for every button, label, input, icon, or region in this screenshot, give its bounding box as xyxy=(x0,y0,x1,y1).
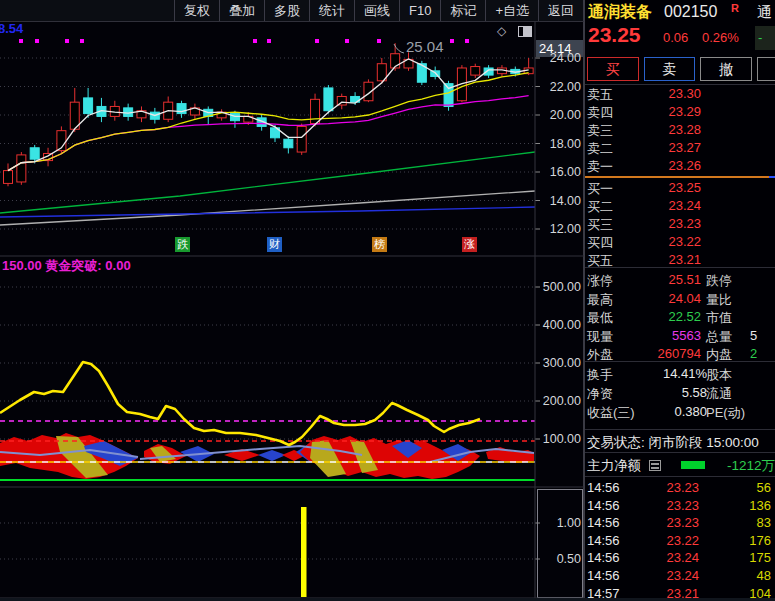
order-level-label: 卖四 xyxy=(587,104,613,122)
candle-body xyxy=(284,139,293,148)
tick-price: 23.23 xyxy=(629,515,699,530)
bid-row: 买一23.25 xyxy=(585,180,775,198)
order-level-price[interactable]: 23.23 xyxy=(631,216,701,231)
event-badge-财[interactable]: 财 xyxy=(267,237,282,252)
trade-button-partial[interactable] xyxy=(757,57,775,81)
toolbar: 复权叠加多股统计画线F10标记+自选返回 xyxy=(0,0,584,22)
stat-label: 外盘 xyxy=(587,346,613,364)
ask-row: 卖二23.27 xyxy=(585,140,775,158)
order-level-price[interactable]: 23.27 xyxy=(631,140,701,155)
sub-bar xyxy=(301,507,307,597)
kline-chart-canvas[interactable] xyxy=(0,0,584,601)
stat-row: 涨停25.51跌停 xyxy=(585,272,775,290)
section-divider xyxy=(585,84,775,85)
trade-button-撤[interactable]: 撤 xyxy=(700,57,752,81)
ask-row: 卖四23.29 xyxy=(585,104,775,122)
order-level-label: 买三 xyxy=(587,216,613,234)
order-level-label: 卖二 xyxy=(587,140,613,158)
order-level-label: 卖三 xyxy=(587,122,613,140)
tick-row: 14:5623.22176 xyxy=(585,533,775,551)
order-level-price[interactable]: 23.26 xyxy=(631,158,701,173)
ratio-row: 收益(三)0.380PE(动) xyxy=(585,404,775,422)
stat-label: 最低 xyxy=(587,309,613,327)
signal-dot xyxy=(35,39,39,43)
toolbar-button-画线[interactable]: 画线 xyxy=(354,0,399,21)
event-badge-涨[interactable]: 涨 xyxy=(462,237,477,252)
order-level-label: 买二 xyxy=(587,198,613,216)
tick-volume: 176 xyxy=(705,533,771,548)
section-divider xyxy=(585,452,775,453)
event-badge-跌[interactable]: 跌 xyxy=(175,237,190,252)
trade-button-买[interactable]: 买 xyxy=(587,57,639,81)
peak-price-annotation: 25.04 xyxy=(406,38,444,55)
stat-label-right: 量比 xyxy=(706,291,732,309)
tick-row: 14:5623.2383 xyxy=(585,515,775,533)
order-level-price[interactable]: 23.30 xyxy=(631,86,701,101)
toolbar-button-多股[interactable]: 多股 xyxy=(264,0,309,21)
section-divider xyxy=(585,476,775,477)
order-level-price[interactable]: 23.21 xyxy=(631,252,701,267)
stock-code: 002150 xyxy=(664,3,717,21)
ask-row: 卖一23.26 xyxy=(585,158,775,176)
ma-line-green xyxy=(0,152,535,213)
axis-label: 24.00 xyxy=(536,51,581,65)
quote-panel: 通润装备 002150 R 通 - 23.25 0.06 0.26% 买卖撤 卖… xyxy=(584,0,775,601)
book-divider xyxy=(585,176,775,178)
axis-label: 100.00 xyxy=(536,432,581,446)
candle-body xyxy=(17,155,26,182)
detail-list-icon[interactable] xyxy=(649,460,661,471)
ratio-label-right: 流通 xyxy=(706,385,732,403)
bid-row: 买四23.22 xyxy=(585,234,775,252)
axis-label: 16.00 xyxy=(536,165,581,179)
signal-dot xyxy=(315,39,319,43)
stat-value: 24.04 xyxy=(621,291,701,306)
toolbar-button-标记[interactable]: 标记 xyxy=(440,0,485,21)
order-level-price[interactable]: 23.29 xyxy=(631,104,701,119)
tick-price: 23.23 xyxy=(629,480,699,495)
axis-label: 18.00 xyxy=(536,137,581,151)
next-panel-value-partial: - xyxy=(755,26,775,50)
axis-label: 20.00 xyxy=(536,108,581,122)
split-panel-icon[interactable] xyxy=(518,26,532,37)
axis-label: 22.00 xyxy=(536,80,581,94)
price-change: 0.06 xyxy=(663,30,688,45)
signal-dot xyxy=(253,39,257,43)
signal-dot xyxy=(345,39,349,43)
event-badge-榜[interactable]: 榜 xyxy=(372,237,387,252)
tick-row: 14:5623.2356 xyxy=(585,480,775,498)
stat-label: 最高 xyxy=(587,291,613,309)
ratio-label: 换手 xyxy=(587,366,613,384)
candle-body xyxy=(30,148,39,159)
toolbar-button-叠加[interactable]: 叠加 xyxy=(219,0,264,21)
signal-dot xyxy=(450,39,454,43)
stat-value: 25.51 xyxy=(621,272,701,287)
tick-time: 14:56 xyxy=(587,498,620,513)
toolbar-button-统计[interactable]: 统计 xyxy=(309,0,354,21)
indicator-label: 150.00 黄金突破: 0.00 xyxy=(2,257,131,275)
order-level-price[interactable]: 23.24 xyxy=(631,198,701,213)
toolbar-button-返回[interactable]: 返回 xyxy=(538,0,584,21)
stat-label-right: 市值 xyxy=(706,309,732,327)
trading-app-window: 复权叠加多股统计画线F10标记+自选返回 8.54 25.04 24.14 ◇ … xyxy=(0,0,775,601)
order-level-price[interactable]: 23.22 xyxy=(631,234,701,249)
stock-name: 通润装备 xyxy=(588,2,652,23)
tick-row: 14:5623.2448 xyxy=(585,568,775,586)
left-price-label: 8.54 xyxy=(0,21,23,36)
candle-body xyxy=(4,171,13,184)
diamond-icon[interactable]: ◇ xyxy=(497,24,506,38)
axis-label: 14.00 xyxy=(536,194,581,208)
trade-button-卖[interactable]: 卖 xyxy=(644,57,696,81)
order-level-price[interactable]: 23.28 xyxy=(631,122,701,137)
ask-row: 卖三23.28 xyxy=(585,122,775,140)
ratio-row: 换手14.41%股本 xyxy=(585,366,775,384)
tick-time: 14:56 xyxy=(587,515,620,530)
tick-time: 14:56 xyxy=(587,568,620,583)
stat-value-right: 2 xyxy=(750,346,775,361)
toolbar-button-+自选[interactable]: +自选 xyxy=(485,0,538,21)
toolbar-button-F10[interactable]: F10 xyxy=(399,0,440,21)
order-level-price[interactable]: 23.25 xyxy=(631,180,701,195)
toolbar-button-复权[interactable]: 复权 xyxy=(174,0,219,21)
tick-price: 23.24 xyxy=(629,568,699,583)
tick-volume: 48 xyxy=(705,568,771,583)
tick-price: 23.22 xyxy=(629,533,699,548)
